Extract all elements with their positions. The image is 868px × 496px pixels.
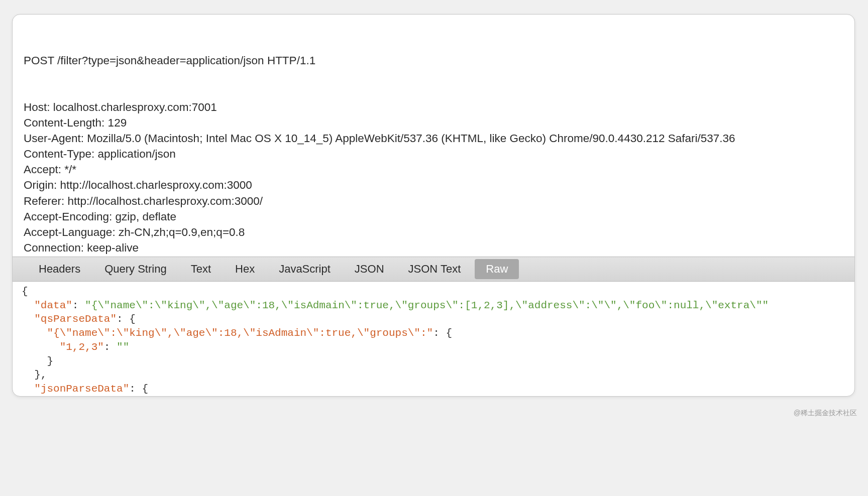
request-header-line: Referer: http://localhost.charlesproxy.c…	[24, 193, 843, 209]
request-raw-pane[interactable]: POST /filter?type=json&header=applicatio…	[13, 15, 854, 257]
tab-javascript[interactable]: JavaScript	[267, 257, 343, 281]
tab-raw[interactable]: Raw	[475, 259, 519, 279]
request-header-line: Connection: keep-alive	[24, 240, 843, 256]
view-tabs: HeadersQuery StringTextHexJavaScriptJSON…	[13, 257, 854, 282]
tab-headers[interactable]: Headers	[27, 257, 92, 281]
request-line: POST /filter?type=json&header=applicatio…	[24, 53, 843, 68]
request-header-line: Host: localhost.charlesproxy.com:7001	[24, 99, 843, 115]
request-header-line: Accept-Language: zh-CN,zh;q=0.9,en;q=0.8	[24, 224, 843, 240]
response-raw-pane[interactable]: { "data": "{\"name\":\"king\",\"age\":18…	[13, 281, 854, 396]
tab-query-string[interactable]: Query String	[92, 257, 179, 281]
request-header-line: User-Agent: Mozilla/5.0 (Macintosh; Inte…	[24, 131, 843, 146]
inspector-window: POST /filter?type=json&header=applicatio…	[12, 14, 855, 397]
tab-json[interactable]: JSON	[343, 257, 396, 281]
request-header-line: Content-Type: application/json	[24, 146, 843, 162]
tab-json-text[interactable]: JSON Text	[396, 257, 473, 281]
request-header-line: Content-Length: 129	[24, 115, 843, 131]
watermark: @稀土掘金技术社区	[794, 409, 857, 418]
request-header-line: Accept-Encoding: gzip, deflate	[24, 209, 843, 224]
tab-text[interactable]: Text	[179, 257, 223, 281]
request-header-line: Origin: http://localhost.charlesproxy.co…	[24, 177, 843, 193]
request-header-line: Accept: */*	[24, 162, 843, 177]
tab-hex[interactable]: Hex	[223, 257, 267, 281]
